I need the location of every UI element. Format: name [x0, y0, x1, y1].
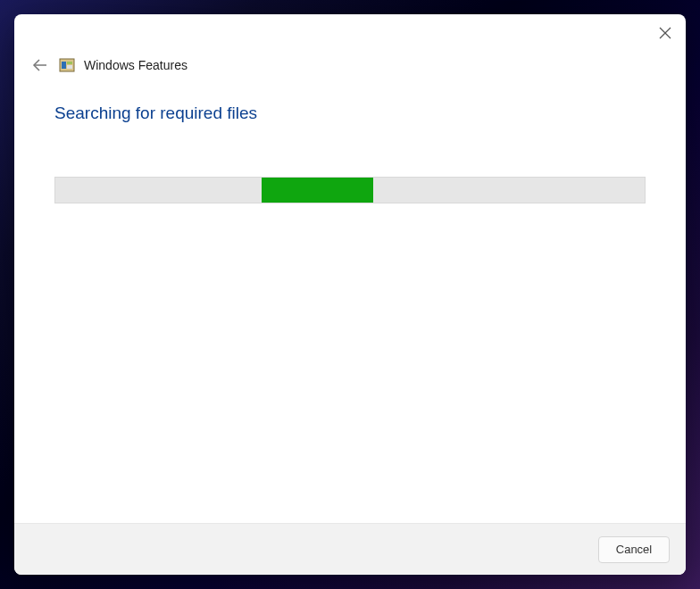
windows-features-dialog: Windows Features Searching for required …: [14, 14, 686, 575]
svg-rect-6: [67, 65, 72, 69]
close-icon: [659, 27, 671, 39]
dialog-footer: Cancel: [14, 523, 686, 575]
windows-features-icon: [59, 57, 75, 73]
status-heading: Searching for required files: [54, 104, 646, 123]
header-row: Windows Features: [14, 52, 686, 79]
svg-rect-4: [62, 62, 66, 69]
titlebar: [14, 14, 686, 52]
progress-bar: [54, 177, 646, 203]
close-button[interactable]: [654, 21, 677, 45]
cancel-button[interactable]: Cancel: [598, 536, 670, 563]
svg-rect-5: [67, 62, 72, 64]
back-arrow-icon: [32, 57, 48, 73]
progress-chunk: [262, 178, 373, 203]
content-area: Searching for required files: [14, 79, 686, 523]
back-button[interactable]: [30, 55, 50, 75]
window-title: Windows Features: [84, 58, 188, 72]
